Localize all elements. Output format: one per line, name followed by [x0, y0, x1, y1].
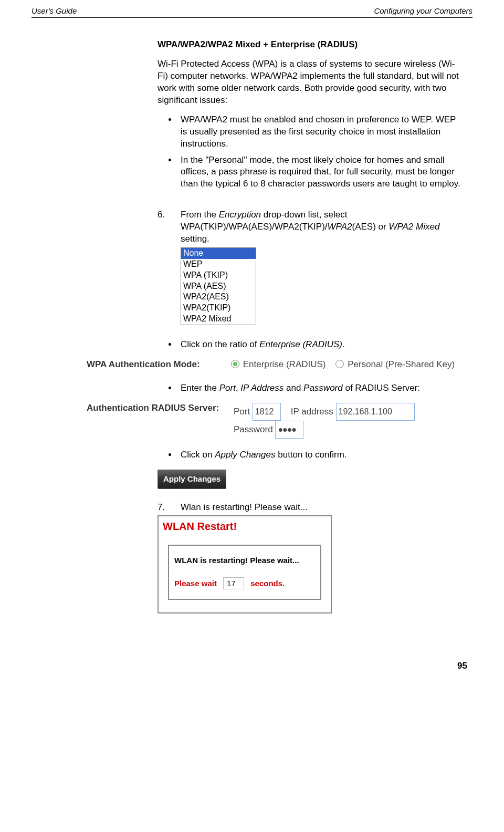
issue-item: In the "Personal" mode, the most likely …: [177, 154, 462, 191]
wlan-restart-message: WLAN is restarting! Please wait...: [174, 555, 315, 566]
wlan-restart-panel: WLAN Restart! WLAN is restarting! Please…: [158, 515, 332, 613]
dropdown-option[interactable]: WPA2 Mixed: [181, 314, 256, 325]
dropdown-option[interactable]: WEP: [181, 259, 256, 270]
header-rule: [32, 17, 472, 18]
radius-server-row: Authentication RADIUS Server: Port 1812 …: [87, 403, 472, 439]
intro-paragraph: Wi-Fi Protected Access (WPA) is a class …: [158, 58, 462, 107]
password-input[interactable]: ●●●●: [275, 421, 303, 439]
wlan-restart-title: WLAN Restart!: [159, 516, 331, 534]
dropdown-option[interactable]: WPA2(TKIP): [181, 303, 256, 314]
step-text: From the Encryption drop-down list, sele…: [181, 210, 439, 244]
step-7: 7. Wlan is restarting! Please wait... WL…: [158, 502, 462, 614]
step-6: 6. From the Encryption drop-down list, s…: [158, 209, 462, 325]
header-left: User's Guide: [32, 6, 77, 15]
password-label: Password: [234, 424, 273, 434]
step-bullet-radius: Enter the Port, IP Address and Password …: [177, 382, 462, 394]
step-number: 7.: [158, 502, 165, 514]
dropdown-option[interactable]: WPA2(AES): [181, 292, 256, 303]
step-text: Wlan is restarting! Please wait...: [181, 502, 308, 512]
radio-personal-label: Personal (Pre-Shared Key): [348, 359, 455, 369]
wpa-auth-mode-row: WPA Authentication Mode: Enterprise (RAD…: [87, 359, 472, 370]
step-bullet-apply: Click on Apply Changes button to confirm…: [177, 449, 462, 461]
radio-enterprise[interactable]: [231, 360, 239, 368]
page-header: User's Guide Configuring your Computers: [32, 6, 472, 17]
header-right: Configuring your Computers: [374, 6, 472, 15]
wlan-wait-row: Please wait 17 seconds.: [174, 577, 315, 590]
port-input[interactable]: 1812: [253, 403, 281, 421]
wlan-countdown: 17: [223, 577, 244, 590]
ip-label: IP address: [291, 407, 333, 417]
wpa-auth-label: WPA Authentication Mode:: [87, 359, 231, 370]
page-number: 95: [32, 661, 472, 671]
radio-enterprise-label: Enterprise (RADIUS): [243, 359, 326, 369]
port-label: Port: [234, 407, 250, 417]
dropdown-option[interactable]: WPA (AES): [181, 281, 256, 292]
radio-personal[interactable]: [335, 360, 344, 368]
radius-label: Authentication RADIUS Server:: [87, 403, 234, 413]
step-number: 6.: [158, 209, 165, 221]
dropdown-option[interactable]: WPA (TKIP): [181, 270, 256, 281]
step-bullet-radio: Click on the ratio of Enterprise (RADIUS…: [177, 339, 462, 351]
issue-item: WPA/WPA2 must be enabled and chosen in p…: [177, 114, 462, 150]
dropdown-option[interactable]: None: [181, 248, 256, 259]
encryption-dropdown[interactable]: None WEP WPA (TKIP) WPA (AES) WPA2(AES) …: [181, 247, 256, 325]
apply-changes-button[interactable]: Apply Changes: [158, 470, 226, 488]
ip-input[interactable]: 192.168.1.100: [336, 403, 415, 421]
issues-list: WPA/WPA2 must be enabled and chosen in p…: [158, 114, 462, 191]
section-title: WPA/WPA2/WPA2 Mixed + Enterprise (RADIUS…: [158, 39, 462, 51]
